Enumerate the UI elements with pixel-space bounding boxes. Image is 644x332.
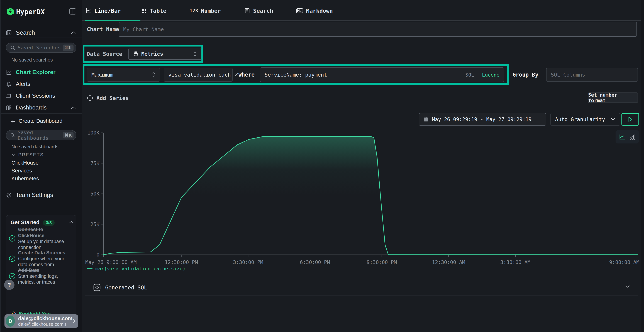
section-divider <box>85 41 638 41</box>
tabbar-divider <box>82 20 644 21</box>
add-series-label: Add Series <box>96 95 129 101</box>
sidebar-item-alerts[interactable]: Alerts <box>0 79 82 90</box>
tab-label: Markdown <box>306 8 333 14</box>
run-query-button[interactable] <box>622 113 639 126</box>
collapse-sidebar-icon[interactable] <box>69 8 76 15</box>
calendar-icon <box>424 117 428 122</box>
saved-dashboards-input[interactable]: Saved Dashboards ⌘K <box>6 130 76 140</box>
sidebar-item-chart-explorer[interactable]: Chart Explorer <box>0 67 82 78</box>
aggregation-select[interactable]: Maximum <box>87 68 160 82</box>
hyperdx-logo-icon <box>6 7 14 16</box>
sidebar-item-team-settings[interactable]: Team Settings <box>0 190 82 200</box>
svg-text:6:30:00 PM: 6:30:00 PM <box>300 260 330 265</box>
get-started-card: Get Started 3/3 Connect to ClickHouse Se… <box>6 215 76 322</box>
get-started-item[interactable]: Add Data Start sending logs, metrics, or… <box>6 267 77 285</box>
svg-text:12:30:00 AM: 12:30:00 AM <box>432 260 465 265</box>
tab-label: Table <box>150 8 166 14</box>
where-input[interactable]: ServiceName: payment SQL | Lucene <box>260 68 504 82</box>
svg-text:75K: 75K <box>90 160 100 166</box>
svg-text:9:00:00 AM: 9:00:00 AM <box>609 260 639 265</box>
no-saved-dashboards-text: No saved dashboards <box>12 144 58 150</box>
get-started-item-title: Connect to ClickHouse <box>18 226 70 238</box>
sidebar-item-label: Chart Explorer <box>16 69 56 76</box>
sidebar-item-services[interactable]: Services <box>12 168 32 174</box>
sql-mode-toggle[interactable]: SQL <box>465 72 474 78</box>
get-started-badge: 3/3 <box>43 220 54 226</box>
get-started-title: Get Started <box>10 219 40 226</box>
laptop-icon <box>6 93 12 99</box>
group-by-input[interactable] <box>546 68 638 82</box>
saved-dashboards-placeholder: Saved Dashboards <box>18 130 63 141</box>
get-started-item-desc: Start sending logs, metrics, or traces <box>18 273 70 285</box>
create-dashboard-button[interactable]: Create Dashboard <box>0 117 82 126</box>
add-series-button[interactable]: Add Series <box>87 93 129 104</box>
chevron-up-icon[interactable] <box>71 106 76 110</box>
presets-toggle[interactable]: PRESETS <box>12 152 44 158</box>
line-chart-icon <box>85 8 92 14</box>
tab-markdown[interactable]: Markdown <box>296 6 333 16</box>
logo-row: HyperDX <box>0 5 82 18</box>
chevron-up-icon[interactable] <box>69 221 74 224</box>
sidebar: HyperDX Search <box>0 0 82 332</box>
metric-tag-label: visa_validation_cach <box>168 72 231 78</box>
tab-label: Line/Bar <box>94 8 121 14</box>
saved-searches-input[interactable]: Saved Searches ⌘K <box>6 42 76 53</box>
where-value: ServiceName: payment <box>264 72 327 78</box>
list-icon <box>244 8 250 14</box>
timeseries-chart[interactable]: 025K50K75K100KMay 26 9:00:00 AM12:30:00 … <box>85 127 641 266</box>
tab-line-bar[interactable]: Line/Bar <box>85 6 121 16</box>
main-content: Line/Bar Table 123 Number <box>82 0 644 332</box>
select-chevrons-icon <box>152 72 156 78</box>
close-icon[interactable] <box>234 72 239 77</box>
data-source-select[interactable]: Metrics <box>128 48 202 60</box>
lucene-mode-toggle[interactable]: Lucene <box>482 72 500 78</box>
app-window: HyperDX Search <box>0 0 644 332</box>
get-started-item[interactable]: Connect to ClickHouse Set up your databa… <box>6 226 77 250</box>
help-button[interactable]: ? <box>4 280 14 290</box>
sidebar-divider <box>0 38 82 38</box>
avatar: D <box>6 316 15 327</box>
sidebar-item-clickhouse[interactable]: ClickHouse <box>12 160 39 166</box>
sidebar-item-client-sessions[interactable]: Client Sessions <box>0 91 82 101</box>
svg-text:9:30:00 PM: 9:30:00 PM <box>367 260 397 265</box>
tab-number[interactable]: 123 Number <box>190 6 221 16</box>
granularity-value: Auto Granularity <box>555 116 605 122</box>
dashboards-icon <box>6 105 12 111</box>
sidebar-section-search[interactable]: Search <box>0 28 82 38</box>
database-icon <box>133 51 138 56</box>
presets-label: PRESETS <box>18 152 44 158</box>
tab-table[interactable]: Table <box>141 6 166 16</box>
sidebar-item-kubernetes[interactable]: Kubernetes <box>12 176 39 182</box>
create-dashboard-label: Create Dashboard <box>18 118 62 124</box>
set-number-format-button[interactable]: Set number format <box>588 92 638 103</box>
circle-plus-icon <box>87 95 93 101</box>
metric-tag[interactable]: visa_validation_cach <box>164 68 232 82</box>
chart-name-input[interactable] <box>118 22 637 37</box>
date-range-value: May 26 09:29:19 - May 27 09:29:19 <box>432 116 532 122</box>
play-icon <box>628 116 633 122</box>
user-menu[interactable]: D dale@clickhouse.com dale@clickhouse.co… <box>4 314 78 328</box>
legend-line-marker <box>87 268 92 269</box>
search-icon <box>10 133 15 138</box>
section-divider <box>85 64 638 64</box>
markdown-icon <box>296 8 303 14</box>
granularity-select[interactable]: Auto Granularity <box>550 113 620 126</box>
chevron-right-icon <box>72 318 76 324</box>
get-started-item[interactable]: Create Data Sources Configure where your… <box>6 250 77 268</box>
sidebar-item-label: Alerts <box>16 81 30 87</box>
scrollbar-track[interactable] <box>641 0 644 332</box>
user-team: dale@clickhouse.com's <box>18 322 72 327</box>
sidebar-item-dashboards[interactable]: Dashboards <box>0 103 82 113</box>
svg-text:3:30:00 PM: 3:30:00 PM <box>233 260 263 265</box>
chevron-up-icon[interactable] <box>71 31 76 34</box>
chart-name-label: Chart Name <box>87 22 119 37</box>
chart-legend[interactable]: max(visa_validation_cache.size) <box>87 266 186 271</box>
date-range-picker[interactable]: May 26 09:29:19 - May 27 09:29:19 <box>419 113 546 126</box>
chevron-down-icon <box>610 118 616 121</box>
data-source-value: Metrics <box>141 51 163 57</box>
generated-sql-toggle[interactable]: Generated SQL <box>85 280 638 296</box>
tab-search[interactable]: Search <box>244 6 273 16</box>
tabbar: Line/Bar Table 123 Number <box>82 0 644 21</box>
app-title: HyperDX <box>16 8 45 16</box>
generated-sql-label: Generated SQL <box>105 284 147 291</box>
